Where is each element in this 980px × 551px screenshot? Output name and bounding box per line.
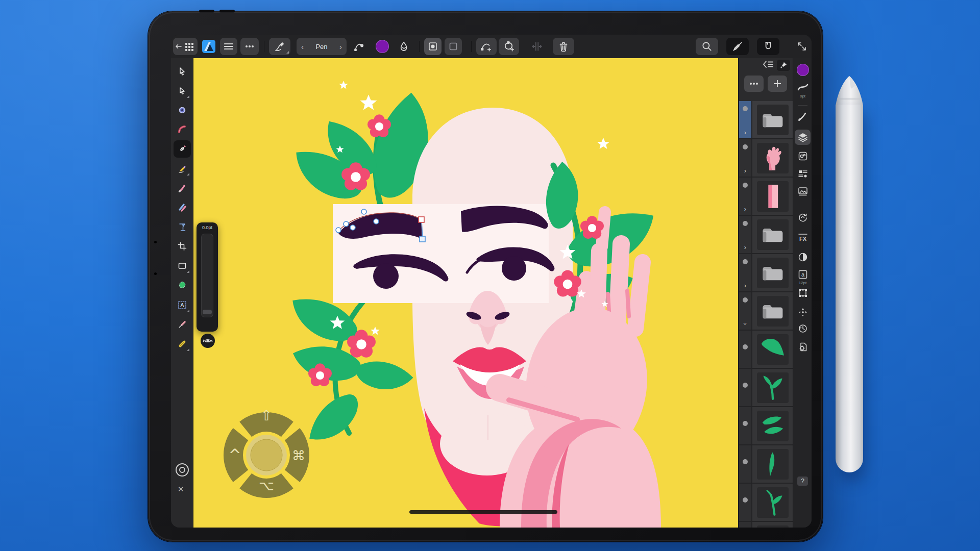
tool-pencil-button[interactable] [174,160,191,177]
media-studio-button[interactable] [793,187,812,196]
layer-expand-chevron[interactable]: › [744,130,746,135]
tool-color-picker-button[interactable] [174,316,191,333]
tool-smart-shape-button[interactable] [174,277,191,294]
transparency-studio-button[interactable] [793,252,812,262]
stroke-color-button[interactable] [373,38,391,55]
layer-visibility-dot[interactable] [743,297,748,303]
layer-visibility-dot[interactable] [743,459,748,464]
home-indicator[interactable] [409,510,557,514]
layer-row[interactable]: › [739,254,793,292]
tool-rectangle-button[interactable] [174,257,191,274]
back-to-documents-button[interactable] [173,38,198,55]
tool-ruler-button[interactable] [174,335,191,353]
fill-enabled-toggle[interactable] [424,38,442,55]
layer-thumbnail-cell[interactable] [752,331,793,368]
curve-node[interactable] [344,221,349,227]
layer-row[interactable]: › [739,407,793,445]
layer-expand-chevron[interactable]: › [743,323,748,325]
tool-corner-button[interactable] [174,102,191,119]
more-options-button[interactable] [240,38,259,55]
canvas[interactable]: ⇧ ^ ⌘ ⌥ [193,58,738,528]
slider-thumb[interactable] [203,310,212,314]
layer-row[interactable]: › [739,101,793,139]
delete-button[interactable] [553,38,574,55]
touch-draw-toggle[interactable] [726,38,749,55]
layer-expand-chevron[interactable]: › [744,168,746,173]
transform-studio-button[interactable] [793,288,812,298]
document-settings-studio-button[interactable] [793,342,812,352]
layer-row[interactable]: › [739,139,793,178]
tool-contour-button[interactable] [174,121,191,138]
layer-row[interactable]: › [739,216,793,254]
brush-preset-button[interactable] [269,38,290,55]
curve-end-node[interactable] [420,236,425,242]
layer-row[interactable]: › [739,331,793,369]
tool-node-button[interactable] [174,82,191,99]
alignment-button[interactable] [528,38,546,55]
layer-thumbnail-cell[interactable] [752,101,793,138]
layer-visibility-dot[interactable] [743,106,748,111]
prev-mode-chevron[interactable]: ‹ [301,42,304,51]
tool-move-button[interactable] [174,63,191,80]
controller-center-button[interactable] [251,439,282,471]
text-styles-studio-button[interactable] [793,169,812,179]
brushes-studio-button[interactable] [793,111,812,121]
selected-node-handle[interactable] [419,217,424,222]
curve-node[interactable] [336,228,341,233]
layer-visibility-dot[interactable] [743,144,748,149]
preview-toggle-button[interactable] [201,334,215,348]
fill-style-button[interactable] [395,38,413,55]
layer-thumbnail-cell[interactable] [752,522,793,528]
pen-mode-selector[interactable]: ‹ Pen › [297,38,347,55]
stroke-disabled-toggle[interactable] [445,38,462,55]
layer-visibility-dot[interactable] [743,344,748,349]
stroke-studio-button[interactable] [793,83,812,92]
app-logo-button[interactable] [201,38,217,55]
symbols-studio-button[interactable] [793,212,812,222]
color-cycle-button[interactable] [176,463,189,477]
layer-visibility-dot[interactable] [743,221,748,226]
layer-row[interactable]: › [739,292,793,331]
layer-thumbnail-cell[interactable] [752,484,793,521]
tool-text-button[interactable]: A [174,296,191,314]
add-node-button[interactable] [476,38,497,55]
tool-pen-button[interactable] [174,140,191,158]
help-button[interactable]: ? [797,477,808,486]
tool-fill-button[interactable] [174,218,191,236]
layer-row[interactable]: › [739,445,793,484]
next-mode-chevron[interactable]: › [339,42,342,51]
pin-panel-button[interactable] [777,60,790,71]
collapse-panel-button[interactable] [763,60,774,70]
tool-gradient-button[interactable] [174,198,191,216]
layer-visibility-dot[interactable] [743,183,748,188]
layer-thumbnail-cell[interactable] [752,139,793,177]
tool-vector-brush-button[interactable] [174,179,191,196]
fullscreen-button[interactable] [795,38,809,55]
layer-visibility-dot[interactable] [743,497,748,503]
snapping-toggle[interactable] [757,38,779,55]
history-studio-button[interactable] [793,323,812,334]
layer-row[interactable]: › [739,522,793,528]
layer-thumbnail-cell[interactable] [752,292,793,330]
layer-expand-chevron[interactable]: › [744,207,746,212]
layer-expand-chevron[interactable]: › [744,245,746,250]
layer-thumbnail-cell[interactable] [752,407,793,444]
layer-options-button[interactable] [744,76,764,92]
stroke-width-slider[interactable] [201,234,213,317]
add-layer-button[interactable] [768,76,787,92]
character-studio-button[interactable]: a [793,269,812,280]
curve-mode-button[interactable] [350,38,368,55]
dismiss-button[interactable]: ✕ [178,485,184,494]
menu-button[interactable] [220,38,237,55]
curve-node[interactable] [374,219,379,224]
layer-visibility-dot[interactable] [743,259,748,264]
zoom-button[interactable] [696,38,718,55]
layer-expand-chevron[interactable]: › [744,283,746,288]
arrange-studio-button[interactable] [793,307,812,317]
color-studio-button[interactable] [793,64,812,76]
layer-row[interactable]: › [739,369,793,407]
layer-thumbnail-cell[interactable] [752,254,793,291]
add-shape-button[interactable] [499,38,519,55]
layer-row[interactable]: › [739,178,793,216]
layer-row[interactable]: › [739,484,793,522]
